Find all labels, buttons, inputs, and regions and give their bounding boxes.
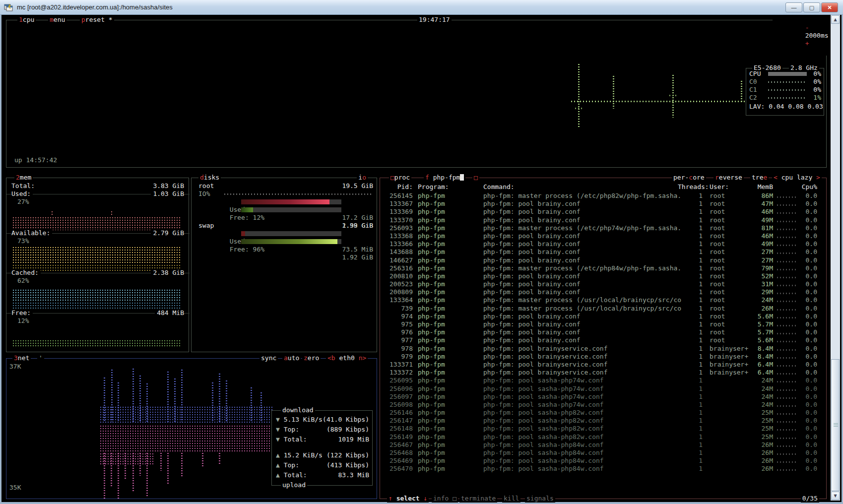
preset-button[interactable]: preset * [80, 16, 114, 24]
disk-root-free-bar [241, 207, 341, 212]
proc-row[interactable]: 974php-fpmphp-fpm: pool brainy.conf1root… [380, 313, 826, 320]
proc-row[interactable]: 133367php-fpmphp-fpm: pool brainy.conf1r… [380, 200, 826, 208]
proc-row[interactable]: 133364php-fpmphp-fpm: master process (/u… [380, 296, 826, 304]
proc-row[interactable]: 256316php-fpmphp-fpm: master process (/e… [380, 264, 826, 272]
proc-row[interactable]: 256470php-fpmphp-fpm: pool sasha-php84w.… [380, 465, 826, 473]
download-title: download [281, 406, 315, 414]
proc-footer-signals[interactable]: signals [525, 495, 555, 503]
proc-row[interactable]: 146627php-fpmphp-fpm: pool brainy.conf1r… [380, 256, 826, 264]
cpu-legend: E5-2680 2.8 GHz CPU 0% C0 0% C1 0% C2 1%… [746, 68, 824, 116]
proc-row[interactable]: 977php-fpmphp-fpm: pool brainy.conf1root… [380, 336, 826, 344]
disk-swap-free-bar [241, 239, 341, 244]
proc-row[interactable]: 978php-fpmphp-fpm: pool brainyservice.co… [380, 345, 826, 353]
proc-row[interactable]: 256467php-fpmphp-fpm: pool sasha-php84w.… [380, 441, 826, 449]
mem-available-band [12, 247, 181, 264]
app-window: mc [root@a202.itdeveloper.com.ua]:/home/… [0, 0, 843, 504]
putty-app-icon [4, 3, 13, 11]
proc-reverse-toggle[interactable]: reverse [713, 174, 744, 182]
text-cursor [460, 174, 464, 181]
proc-row[interactable]: 200523php-fpmphp-fpm: pool brainy.conf1r… [380, 280, 826, 288]
proc-row[interactable]: 975php-fpmphp-fpm: pool brainy.conf1root… [380, 320, 826, 328]
proc-row[interactable]: 200810php-fpmphp-fpm: pool brainy.conf1r… [380, 272, 826, 280]
upload-title: upload [281, 481, 307, 489]
net-scale-bottom: 35K [9, 484, 21, 492]
proc-row[interactable]: 256469php-fpmphp-fpm: pool sasha-php84w.… [380, 457, 826, 465]
menu-button[interactable]: menu [48, 16, 66, 24]
proc-row[interactable]: 143688php-fpmphp-fpm: pool brainy.conf1r… [380, 248, 826, 256]
net-tab[interactable]: 3net [12, 354, 31, 362]
proc-row[interactable]: 256097php-fpmphp-fpm: pool sasha-php74w.… [380, 393, 826, 401]
mem-panel: 2mem Total:3.83 GiB Used:1.03 GiB 27% Av… [6, 178, 189, 352]
proc-footer-select[interactable]: ↑ select ↓ [387, 495, 429, 503]
proc-row[interactable]: 133369php-fpmphp-fpm: pool brainy.conf1r… [380, 208, 826, 216]
mem-free-band [12, 340, 181, 348]
cpu-tab[interactable]: 1cpu [17, 16, 36, 24]
close-button[interactable]: ✕ [821, 2, 838, 12]
proc-row[interactable]: 256095php-fpmphp-fpm: pool sasha-php74w.… [380, 377, 826, 384]
proc-rows: 256145php-fpmphp-fpm: master process (/e… [380, 192, 826, 473]
minimize-button[interactable]: — [785, 2, 802, 12]
net-interface-selector[interactable]: <b eth0 n> [326, 354, 368, 362]
scrollbar-up-arrow[interactable]: ▲ [831, 15, 840, 24]
proc-row[interactable]: 256093php-fpmphp-fpm: master process (/e… [380, 224, 826, 232]
mem-cached-band [12, 289, 181, 302]
scrollbar[interactable]: ▲ ▼ [831, 15, 840, 501]
net-auto-toggle[interactable]: auto [282, 354, 301, 362]
col-cpu: Cpu% [797, 183, 817, 191]
maximize-button[interactable]: ▢ [803, 2, 820, 12]
proc-tab[interactable]: □proc [389, 174, 411, 182]
disk-swap-used-bar [241, 231, 341, 236]
cpu-panel: 1cpu menu preset * 19:47:17 - 2000ms + [6, 20, 827, 168]
net-tick: ' [37, 354, 44, 362]
col-threads: Threads: [678, 183, 707, 191]
col-pid: Pid: [382, 183, 413, 191]
net-sync-toggle[interactable]: sync [259, 354, 278, 362]
proc-row[interactable]: 256148php-fpmphp-fpm: pool sasha-php82w.… [380, 425, 826, 433]
proc-row[interactable]: 133368php-fpmphp-fpm: pool brainy.conf1r… [380, 232, 826, 240]
clock: 19:47:17 [417, 16, 452, 24]
proc-row[interactable]: 256149php-fpmphp-fpm: pool sasha-php82w.… [380, 433, 826, 441]
proc-row[interactable]: 133371php-fpmphp-fpm: pool brainyservice… [380, 361, 826, 369]
scrollbar-thumb[interactable] [831, 359, 840, 491]
proc-filter-input[interactable]: f php-fpm [424, 174, 465, 182]
disk-root-used-bar [241, 199, 341, 204]
proc-footer-kill[interactable]: kill [502, 495, 520, 503]
proc-row[interactable]: 256098php-fpmphp-fpm: pool sasha-php74w.… [380, 401, 826, 409]
proc-row[interactable]: 133370php-fpmphp-fpm: pool brainy.conf1r… [380, 216, 826, 224]
net-panel: 3net ' sync auto zero <b eth0 n> 37K 35K [6, 358, 377, 499]
scrollbar-down-arrow[interactable]: ▼ [831, 492, 840, 500]
proc-row[interactable]: 256147php-fpmphp-fpm: pool sasha-php82w.… [380, 417, 826, 425]
proc-row[interactable]: 976php-fpmphp-fpm: pool brainy.conf1root… [380, 328, 826, 336]
proc-sort-selector[interactable]: < cpu lazy > [772, 174, 822, 182]
proc-row[interactable]: 256096php-fpmphp-fpm: pool sasha-php74w.… [380, 385, 826, 393]
uptime-label: up 14:57:42 [14, 156, 57, 164]
proc-panel: □proc f php-fpm □ per-core reverse tree … [380, 178, 827, 499]
proc-footer-terminate[interactable]: terminate [459, 495, 497, 503]
proc-row[interactable]: 256468php-fpmphp-fpm: pool sasha-php84w.… [380, 449, 826, 457]
mem-tab[interactable]: 2mem [14, 174, 33, 182]
proc-row[interactable]: 256145php-fpmphp-fpm: master process (/e… [380, 192, 826, 200]
proc-row[interactable]: 739php-fpmphp-fpm: master process (/usr/… [380, 305, 826, 313]
disks-tab[interactable]: disks [198, 174, 221, 182]
refresh-interval: - 2000ms + [773, 16, 830, 56]
proc-row[interactable]: 133366php-fpmphp-fpm: pool brainy.conf1r… [380, 240, 826, 248]
titlebar[interactable]: mc [root@a202.itdeveloper.com.ua]:/home/… [0, 0, 843, 15]
proc-row[interactable]: 256146php-fpmphp-fpm: pool sasha-php82w.… [380, 409, 826, 417]
proc-tree-toggle[interactable]: tree [750, 174, 769, 182]
disks-panel: disks io root19.5 GiB IO% Used: 88% 17.2… [191, 178, 377, 352]
proc-percore-toggle[interactable]: per-core [672, 174, 706, 182]
proc-row[interactable]: 200809php-fpmphp-fpm: pool brainy.conf1r… [380, 288, 826, 296]
interval-decrease[interactable]: - [805, 24, 809, 31]
col-program: Program: [418, 183, 449, 191]
disks-io-tab[interactable]: io [357, 174, 368, 182]
interval-increase[interactable]: + [805, 40, 809, 47]
mem-used-band [12, 217, 181, 230]
proc-footer-info[interactable]: info □ [432, 495, 458, 503]
net-zero-toggle[interactable]: zero [302, 354, 321, 362]
col-command: Command: [483, 183, 515, 191]
proc-row[interactable]: 979php-fpmphp-fpm: pool brainyservice.co… [380, 353, 826, 361]
proc-filter-square: □ [472, 174, 479, 182]
proc-row[interactable]: 133372php-fpmphp-fpm: pool brainyservice… [380, 369, 826, 377]
net-scale-top: 37K [9, 363, 21, 371]
net-stats-box: download upload ▼ 5.13 KiB/s(41.0 Kibps)… [271, 410, 373, 486]
